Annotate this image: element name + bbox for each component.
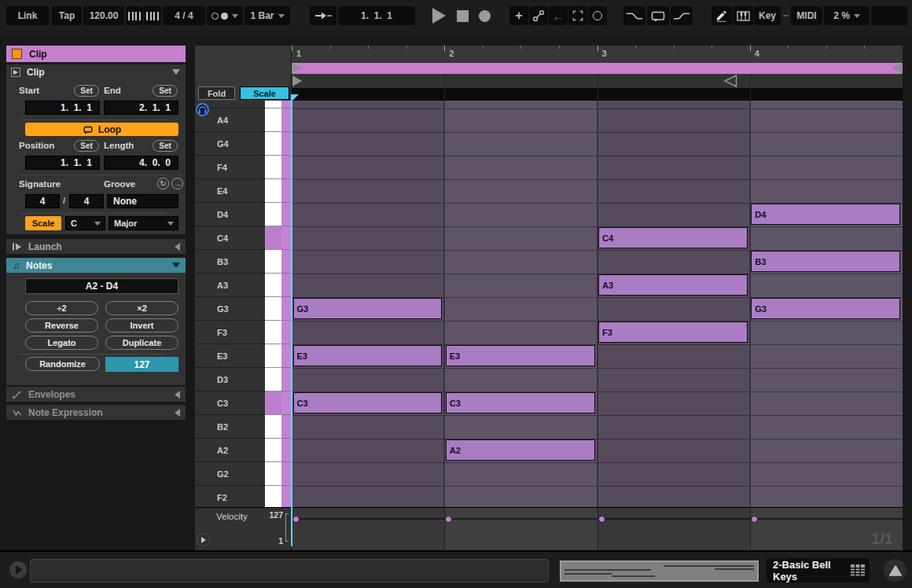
piano-key-A2[interactable]	[265, 439, 281, 462]
notes-section-header[interactable]: ♫ Notes	[6, 258, 186, 273]
piano-key-G2[interactable]	[265, 462, 281, 486]
piano-key-D4[interactable]	[265, 203, 281, 226]
key-map-button[interactable]: Key	[754, 6, 781, 25]
clip-section-header[interactable]: Clip	[6, 64, 186, 79]
groove-apply-icon[interactable]: →	[171, 178, 183, 189]
reenable-automation-button[interactable]	[647, 6, 669, 25]
midi-note-G3-bar4[interactable]: G3	[751, 298, 900, 319]
midi-note-grid[interactable]: C3E3G3A2C3E3F3A3C4G3B3D4	[292, 101, 903, 507]
length-set-button[interactable]: Set	[153, 140, 178, 152]
halve-time-button[interactable]: ÷2	[25, 301, 98, 315]
tempo-field[interactable]: 120.00	[83, 6, 124, 25]
envelopes-section-header[interactable]: Envelopes	[6, 387, 186, 402]
new-midi-clip-button[interactable]: +	[509, 6, 528, 25]
nudge-down-button[interactable]	[126, 6, 143, 25]
midi-note-E3-bar2[interactable]: E3	[446, 345, 595, 366]
piano-key-B2[interactable]	[265, 415, 281, 439]
preview-headphone-button[interactable]	[196, 103, 209, 116]
computer-midi-keyboard-button[interactable]	[733, 6, 753, 25]
envelopes-expand-icon[interactable]	[175, 391, 180, 399]
piano-key-F3[interactable]	[265, 321, 281, 344]
start-set-button[interactable]: Set	[74, 85, 99, 97]
scale-mode-button[interactable]: Scale	[25, 216, 61, 230]
follow-button[interactable]	[310, 6, 336, 25]
midi-note-C4-bar3[interactable]: C4	[598, 227, 748, 248]
metronome-button[interactable]	[207, 6, 243, 25]
back-to-arrangement-button[interactable]: ←	[549, 6, 568, 25]
loop-start-marker-icon[interactable]	[292, 63, 302, 74]
status-play-button[interactable]	[9, 561, 27, 579]
midi-note-A2-bar2[interactable]: A2	[446, 439, 595, 461]
arrangement-position-field[interactable]: 1. 1. 1	[338, 6, 415, 25]
velocity-point-bar3[interactable]	[598, 516, 605, 523]
pitch-range-display[interactable]: A2 - D4	[25, 278, 178, 294]
piano-key-F2[interactable]	[265, 486, 281, 507]
time-signature-field[interactable]: 4 / 4	[163, 6, 205, 25]
cpu-meter[interactable]: 2 %	[824, 6, 870, 25]
double-time-button[interactable]: ×2	[105, 301, 178, 315]
duplicate-button[interactable]: Duplicate	[105, 336, 178, 350]
grid-resolution-label[interactable]: 1/1	[871, 530, 893, 548]
launch-section-header[interactable]: Launch	[6, 239, 186, 254]
midi-note-D4-bar4[interactable]: D4	[751, 204, 900, 225]
velocity-lane-expand-button[interactable]	[197, 533, 210, 546]
velocity-point-bar1[interactable]	[292, 516, 300, 523]
clip-tab[interactable]: Clip	[6, 46, 186, 62]
midi-map-button[interactable]: MIDI	[791, 6, 822, 25]
signature-numerator-field[interactable]: 4	[25, 194, 60, 208]
draw-mode-button[interactable]	[568, 6, 587, 25]
legato-button[interactable]: Legato	[25, 336, 98, 350]
piano-key-B3[interactable]	[265, 250, 281, 274]
groove-selector[interactable]: None	[107, 194, 178, 208]
draw-pencil-button[interactable]	[712, 6, 732, 25]
notes-collapse-icon[interactable]	[172, 263, 180, 268]
clip-collapse-icon[interactable]	[172, 69, 180, 75]
play-button[interactable]	[428, 6, 450, 25]
loop-brace[interactable]	[292, 63, 903, 74]
velocity-point-bar4[interactable]	[751, 516, 758, 523]
clip-end-marker[interactable]	[723, 75, 737, 87]
midi-note-C3-bar2[interactable]: C3	[446, 392, 595, 413]
fade-in-button[interactable]	[671, 6, 693, 25]
midi-note-E3-bar1[interactable]: E3	[293, 345, 443, 366]
velocity-lane[interactable]: 1/1	[292, 507, 903, 550]
link-button[interactable]: Link	[6, 6, 49, 25]
clip-end-field[interactable]: 2. 1. 1	[104, 101, 178, 115]
note-expression-expand-icon[interactable]	[175, 409, 180, 417]
midi-note-G3-bar1[interactable]: G3	[293, 298, 443, 319]
scrub-area[interactable]	[292, 88, 903, 101]
record-button[interactable]	[475, 6, 494, 25]
nudge-up-button[interactable]	[144, 6, 161, 25]
fade-out-button[interactable]	[623, 6, 645, 25]
midi-note-A3-bar3[interactable]: A3	[598, 274, 748, 296]
clip-color-swatch[interactable]	[12, 49, 22, 59]
capture-midi-button[interactable]	[529, 6, 548, 25]
launch-expand-icon[interactable]	[175, 243, 180, 251]
piano-key-C3[interactable]	[265, 391, 281, 415]
loop-toggle-button[interactable]	[588, 6, 607, 25]
note-expression-section-header[interactable]: Note Expression	[6, 405, 186, 420]
signature-denominator-field[interactable]: 4	[69, 194, 104, 208]
invert-button[interactable]: Invert	[105, 318, 178, 333]
reverse-button[interactable]: Reverse	[25, 318, 98, 333]
piano-key-A4[interactable]	[265, 108, 281, 132]
fold-button[interactable]: Fold	[198, 86, 235, 100]
loop-position-field[interactable]: 1. 1. 1	[25, 156, 100, 170]
piano-key-D3[interactable]	[265, 368, 281, 391]
scale-root-selector[interactable]: C	[65, 216, 105, 230]
beat-time-ruler[interactable]: 1234	[292, 46, 903, 63]
midi-note-F3-bar3[interactable]: F3	[598, 322, 748, 343]
piano-key-B4[interactable]	[265, 101, 281, 108]
piano-key-E3[interactable]	[265, 344, 281, 368]
piano-key-E4[interactable]	[265, 179, 281, 203]
position-set-button[interactable]: Set	[74, 140, 99, 152]
piano-key-F4[interactable]	[265, 156, 281, 179]
loop-length-field[interactable]: 4. 0. 0	[104, 156, 178, 170]
piano-key-G4[interactable]	[265, 132, 281, 156]
loop-button[interactable]: Loop	[25, 123, 178, 136]
midi-note-C3-bar1[interactable]: C3	[293, 392, 443, 413]
randomize-button[interactable]: Randomize	[25, 357, 100, 371]
loop-end-marker-icon[interactable]	[892, 63, 903, 74]
piano-key-G3[interactable]	[265, 297, 281, 321]
arrangement-overview-minimap[interactable]	[560, 560, 759, 582]
